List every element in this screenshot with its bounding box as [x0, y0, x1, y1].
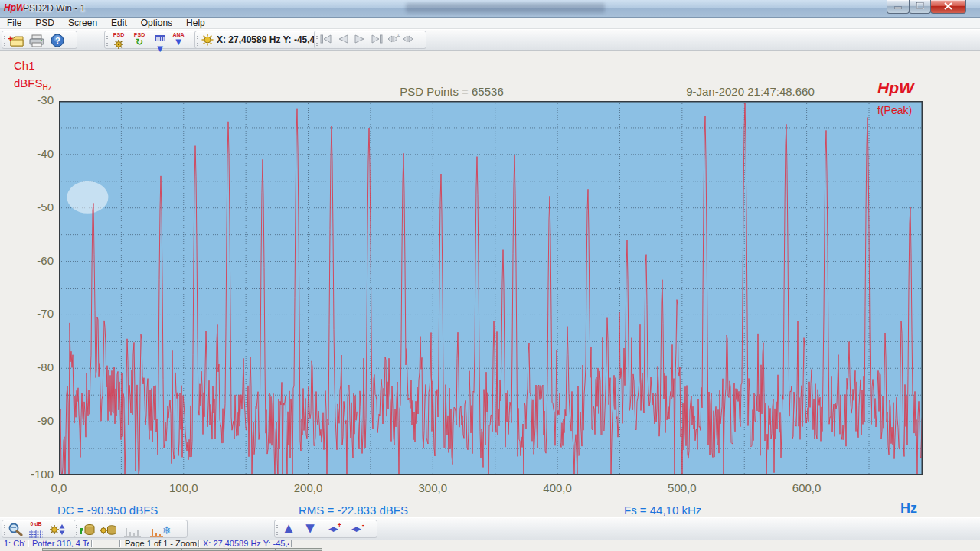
shift-down-button[interactable]: ▼: [301, 520, 319, 537]
process-data-button[interactable]: [99, 520, 117, 537]
main-toolbar: + ? PSD: [0, 29, 980, 51]
zoom-toolbar-group: 0 dB: [2, 520, 77, 538]
zero-db-grid-button[interactable]: 0 dB: [27, 520, 45, 537]
menu-item-psd[interactable]: PSD: [28, 18, 61, 28]
scale-adjust-button[interactable]: [48, 520, 67, 537]
magnifier-icon: [8, 522, 23, 537]
print-button[interactable]: [28, 31, 46, 48]
y-tick-label: -70: [18, 308, 54, 320]
status-cell: [228, 548, 275, 551]
toolbar-grip: [276, 523, 278, 535]
nav-prev-button[interactable]: [335, 31, 351, 48]
menu-item-help[interactable]: Help: [179, 18, 212, 28]
next-page-icon: [354, 34, 366, 44]
status-cell: [181, 548, 228, 551]
y-tick-label: -30: [18, 94, 54, 106]
left-right-icon: ◀▶: [351, 525, 361, 533]
first-page-icon: [320, 34, 332, 44]
minimize-button[interactable]: [887, 0, 910, 14]
maximize-button[interactable]: [909, 0, 931, 14]
expand-x-button[interactable]: ◀▶+: [324, 520, 342, 537]
status-separator: [198, 540, 199, 547]
y-tick-label: -90: [18, 415, 54, 427]
new-session-button[interactable]: +: [7, 31, 25, 48]
menu-item-file[interactable]: File: [0, 18, 28, 28]
analysis-button[interactable]: ANA ▼: [169, 31, 188, 48]
cursor-add-icon: +: [387, 34, 400, 44]
fpeak-label: f(Peak): [877, 104, 912, 116]
prev-page-icon: [337, 34, 349, 44]
cursor-remove-icon: -: [402, 34, 416, 44]
refresh-icon: ↻: [130, 38, 149, 47]
cursor-add-button[interactable]: +: [386, 31, 401, 48]
status-bar-cells: [42, 548, 322, 551]
svg-text:+: +: [8, 34, 13, 44]
cursor-remove-button[interactable]: -: [401, 31, 416, 48]
menu-item-edit[interactable]: Edit: [104, 18, 134, 28]
down-triangle-icon: ▼: [305, 521, 315, 535]
app-logo: HpW: [4, 2, 24, 13]
shift-up-button[interactable]: ▲: [279, 520, 298, 537]
status-separator: [91, 540, 92, 547]
x-tick-label: 100,0: [157, 481, 211, 494]
x-tick-label: 200,0: [282, 481, 335, 494]
grid-icon: [29, 530, 43, 538]
y-tick-label: -80: [18, 361, 54, 373]
menu-item-options[interactable]: Options: [134, 18, 179, 28]
bars-chart-icon: [123, 523, 142, 537]
toolbar-grip: [316, 34, 318, 46]
nav-last-button[interactable]: [369, 31, 384, 48]
psd-toolbar-group: PSD PSD ↻ ▼ ANA ▼: [104, 31, 198, 49]
units-label: dBFSHz: [14, 77, 52, 92]
spectrum-view-button[interactable]: [122, 520, 143, 537]
maximize-icon: [916, 2, 924, 9]
database-import-icon: [79, 522, 96, 537]
status-separator: [119, 540, 120, 547]
y-tick-label: -100: [18, 468, 54, 481]
x-tick-label: 0,0: [32, 481, 86, 494]
psd-refresh-button[interactable]: PSD ↻: [130, 31, 149, 48]
load-data-button[interactable]: [78, 520, 96, 537]
zoom-tool-button[interactable]: [6, 520, 24, 537]
plus-badge: +: [338, 521, 341, 529]
cursor-highlight: [67, 181, 108, 214]
help-button[interactable]: ?: [48, 31, 67, 48]
status-cell: [275, 548, 322, 551]
window-title: PSD2D Win - 1: [23, 3, 85, 14]
dc-readout: DC = -90.950 dBFS: [57, 504, 158, 517]
bars-freeze-icon: ❄: [149, 523, 172, 537]
nav-next-button[interactable]: [352, 31, 368, 48]
x-tick-label: 300,0: [406, 481, 459, 494]
close-button[interactable]: [930, 0, 966, 14]
channel-label: Ch1: [14, 59, 35, 72]
psd-points-label: PSD Points = 65536: [329, 85, 574, 98]
toolbar-grip: [76, 523, 77, 535]
gear-icon: [114, 40, 123, 49]
svg-text:-: -: [412, 34, 414, 40]
toolbar-grip: [4, 523, 5, 535]
data-toolbar-group: ❄: [74, 520, 188, 538]
toolbar-grip: [4, 34, 5, 46]
freeze-spectrum-button[interactable]: ❄: [148, 520, 174, 537]
cursor-readout-group: X: 27,40589 Hz Y: -45,402 dB: [194, 31, 319, 49]
y-tick-label: -50: [18, 201, 54, 214]
dropdown-triangle-icon: ▼: [169, 38, 188, 46]
plot-area[interactable]: [59, 101, 923, 475]
menu-item-screen[interactable]: Screen: [61, 18, 104, 28]
status-bar: 1: Ch1 Potter 310, 4 Term Page 1 of 1 - …: [0, 540, 980, 547]
hpw-logo: HpW: [877, 79, 914, 97]
sun-cursor-icon: [201, 34, 214, 46]
x-tick-label: 400,0: [531, 481, 584, 494]
psd-settings-button[interactable]: PSD: [109, 31, 128, 48]
help-icon: ?: [49, 33, 66, 48]
folder-plus-icon: +: [8, 33, 24, 48]
status-cell: [89, 548, 136, 551]
nav-first-button[interactable]: [318, 31, 334, 48]
svg-text:?: ?: [55, 36, 60, 45]
pan-toolbar-group: ▲ ▼ ◀▶+ ◀▶-: [274, 520, 377, 538]
status-channel: 1: Ch1: [4, 540, 25, 547]
comb-filter-button[interactable]: ▼: [151, 31, 169, 48]
menu-bar: FilePSDScreenEditOptionsHelp: [0, 18, 980, 29]
compress-x-button[interactable]: ◀▶-: [347, 520, 365, 537]
minimize-icon: [894, 2, 902, 9]
